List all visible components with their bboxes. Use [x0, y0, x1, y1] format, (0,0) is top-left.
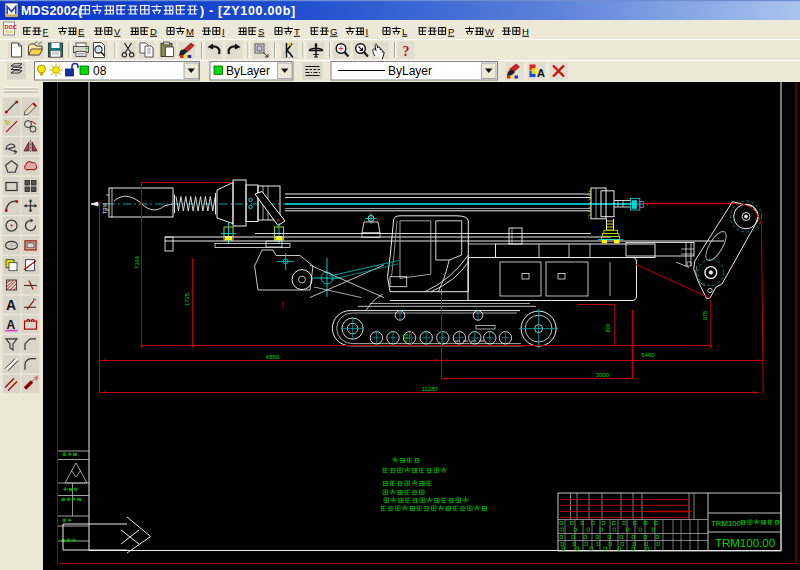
svg-text:E: E	[78, 26, 84, 37]
svg-text:P: P	[448, 26, 454, 37]
svg-text:TRM: TRM	[102, 203, 108, 214]
svg-text:?: ?	[403, 44, 410, 59]
svg-text:MDS2002(: MDS2002(	[21, 4, 83, 18]
svg-text:ByLayer: ByLayer	[388, 64, 432, 78]
svg-text:ByLayer: ByLayer	[226, 64, 270, 78]
svg-text:F: F	[43, 26, 49, 37]
svg-text:) - [ZY100.00b]: ) - [ZY100.00b]	[200, 4, 296, 18]
svg-text:TRM100: TRM100	[711, 519, 742, 528]
svg-text:D: D	[150, 26, 157, 37]
svg-text:1725: 1725	[184, 292, 190, 306]
svg-text:6850: 6850	[266, 354, 280, 360]
svg-text:7364: 7364	[134, 255, 140, 269]
svg-text:V: V	[114, 26, 121, 37]
svg-text:I: I	[366, 26, 369, 37]
svg-text:11280: 11280	[421, 386, 438, 392]
svg-text:455: 455	[403, 333, 409, 342]
svg-text:TRM100.00: TRM100.00	[715, 537, 775, 549]
svg-text:H: H	[522, 26, 529, 37]
svg-text:6460: 6460	[641, 352, 655, 358]
svg-text:08: 08	[93, 64, 107, 78]
svg-text:A: A	[6, 297, 16, 313]
svg-text:800: 800	[605, 323, 611, 332]
svg-text:DOC: DOC	[5, 24, 17, 30]
svg-text:3000: 3000	[596, 372, 610, 378]
svg-text:G: G	[330, 26, 337, 37]
svg-text:A: A	[537, 67, 545, 79]
svg-text:S: S	[258, 26, 264, 37]
svg-text:975: 975	[702, 311, 708, 320]
svg-text:L: L	[402, 26, 407, 37]
svg-text:M: M	[186, 26, 194, 37]
svg-text:T: T	[294, 26, 300, 37]
svg-text:A: A	[7, 318, 16, 332]
svg-text:I: I	[222, 26, 225, 37]
svg-text:W: W	[485, 26, 494, 37]
